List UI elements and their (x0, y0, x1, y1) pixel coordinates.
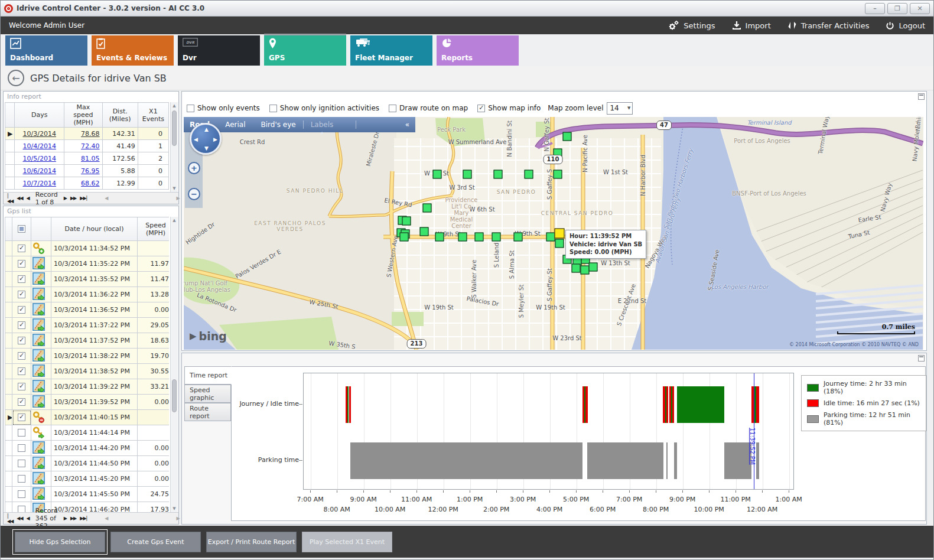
close-button[interactable]: ✕ (910, 3, 930, 14)
gps-pager-first-button[interactable]: |◀◀ (7, 513, 13, 524)
gps-marker[interactable] (402, 217, 411, 226)
map-option-show-only-ignition-activities[interactable]: Show only ignition activities (269, 104, 379, 112)
maximize-button[interactable]: ❐ (887, 3, 907, 14)
max-speed-link[interactable]: 72.40 (81, 142, 100, 150)
gps-row-checkbox[interactable] (18, 352, 25, 360)
gps-row-checkbox[interactable] (18, 321, 25, 329)
gps-row[interactable]: ▶10/3/2014 11:40:15 PM (5, 410, 170, 425)
gps-row-checkbox[interactable] (18, 275, 25, 283)
create-gps-event-button[interactable]: Create Gps Event (110, 532, 201, 552)
day-link[interactable]: 10/3/2014 (22, 130, 56, 138)
gps-marker[interactable] (423, 204, 432, 213)
map-option-show-map-info[interactable]: Show map info (477, 104, 541, 112)
map-compass[interactable]: ▲▼ ◀▶ (190, 123, 222, 155)
day-link[interactable]: 10/6/2014 (22, 167, 56, 175)
gps-marker[interactable] (514, 233, 523, 242)
chart-tab-route-report[interactable]: Route report (184, 403, 231, 421)
gps-row[interactable]: 10/3/2014 11:39:52 PM0.00 (5, 395, 170, 410)
gps-row-checkbox[interactable] (18, 367, 25, 375)
gps-marker[interactable] (563, 132, 572, 141)
gps-row-checkbox[interactable] (18, 429, 25, 437)
max-speed-link[interactable]: 76.95 (81, 167, 100, 175)
day-link[interactable]: 10/5/2014 (22, 155, 56, 162)
max-speed-link[interactable]: 81.05 (81, 155, 100, 162)
gps-row[interactable]: 10/3/2014 11:35:52 PM11.47 (5, 272, 170, 287)
map-zoom-out-button[interactable]: − (188, 188, 200, 200)
info-pager-prev-page-button[interactable]: ◀◀ (17, 196, 22, 201)
gps-row-checkbox[interactable] (18, 506, 25, 512)
gps-row-checkbox[interactable] (18, 337, 25, 344)
select-all-checkbox[interactable] (18, 225, 25, 233)
table-row[interactable]: 10/7/201468.6212.990 (5, 177, 169, 190)
draw-route-on-map-checkbox[interactable] (389, 105, 396, 112)
gps-row[interactable]: 10/3/2014 11:45:20 PM0.00 (5, 471, 170, 487)
gps-marker[interactable] (554, 170, 562, 179)
gps-row[interactable]: 10/3/2014 11:34:52 PM (5, 241, 170, 256)
chart-tab-speed-graphic[interactable]: Speed graphic (184, 385, 231, 403)
tab-reports[interactable]: Reports (437, 35, 519, 66)
gps-row[interactable]: 10/3/2014 11:36:22 PM13.28 (5, 287, 170, 302)
gps-row[interactable]: 10/3/2014 11:45:50 PM24.75 (5, 487, 170, 502)
chart-tab-time-report[interactable]: Time report (184, 366, 232, 385)
gps-pager-next-button[interactable]: ▶ (64, 516, 67, 521)
map-panel-restore-icon[interactable] (918, 93, 925, 100)
gps-row[interactable]: 10/3/2014 11:44:14 PM (5, 425, 170, 441)
tab-events-reviews[interactable]: Events & Reviews (92, 35, 174, 66)
gps-list-scrollbar[interactable]: ▲▼ (170, 217, 178, 512)
gps-marker[interactable] (463, 170, 472, 179)
info-pager-next-button[interactable]: ▶ (64, 196, 67, 201)
export-print-route-report-button[interactable]: Export / Print Route Report (206, 532, 297, 552)
gps-row[interactable]: 10/3/2014 11:39:22 PM33.21 (5, 379, 170, 395)
map-view-bird-s-eye[interactable]: Bird's eye (261, 121, 296, 129)
tab-dvr[interactable]: DVRDvr (178, 35, 260, 66)
import-button[interactable]: Import (732, 21, 771, 30)
chart-panel-restore-icon[interactable] (918, 355, 925, 362)
gps-pager-last-button[interactable]: ▶▶| (80, 516, 87, 521)
show-only-ignition-activities-checkbox[interactable] (269, 105, 277, 112)
day-link[interactable]: 10/4/2014 (22, 142, 56, 150)
gps-marker[interactable] (458, 233, 467, 242)
info-pager-next-page-button[interactable]: ▶▶ (70, 196, 76, 201)
play-selected-x1-event-button[interactable]: Play Selected X1 Event (302, 532, 392, 552)
map-zoom-level-select[interactable]: 14 (607, 102, 633, 115)
tab-dashboard[interactable]: Dashboard (5, 35, 87, 66)
gps-row-checkbox[interactable] (18, 260, 25, 268)
gps-marker[interactable] (435, 233, 444, 242)
gps-row-checkbox[interactable] (18, 414, 25, 421)
show-only-events-checkbox[interactable] (187, 105, 194, 112)
gps-marker[interactable] (475, 233, 484, 242)
table-row[interactable]: 10/6/201476.955.880 (5, 165, 169, 177)
gps-marker[interactable] (525, 170, 533, 179)
show-map-info-checkbox[interactable] (477, 105, 485, 112)
day-link[interactable]: 10/7/2014 (22, 180, 56, 187)
gps-row-checkbox[interactable] (18, 383, 25, 390)
tab-gps[interactable]: GPS (264, 35, 346, 66)
gps-row[interactable]: 10/3/2014 11:36:52 PM0.00 (5, 302, 170, 318)
gps-marker[interactable] (572, 264, 581, 273)
gps-row[interactable]: 10/3/2014 11:44:20 PM0.00 (5, 441, 170, 456)
map-option-draw-route-on-map[interactable]: Draw route on map (389, 104, 468, 112)
gps-row-checkbox[interactable] (18, 245, 25, 252)
info-pager-prev-button[interactable]: ◀ (27, 196, 30, 201)
gps-row[interactable]: 10/3/2014 11:37:22 PM29.05 (5, 318, 170, 333)
hide-gps-selection-button[interactable]: Hide Gps Selection (15, 532, 105, 552)
table-row[interactable]: 10/5/201481.05172.562 (5, 152, 169, 165)
tab-fleet-manager[interactable]: Fleet Manager (350, 35, 432, 66)
gps-marker[interactable] (581, 266, 590, 275)
back-button[interactable]: ← (8, 70, 24, 86)
map-view-aerial[interactable]: Aerial (225, 121, 245, 129)
gps-row-checkbox[interactable] (18, 291, 25, 298)
gps-marker[interactable] (400, 233, 409, 242)
gps-marker[interactable] (546, 233, 555, 242)
gps-marker[interactable] (555, 239, 564, 248)
gps-row[interactable]: 10/3/2014 11:35:22 PM11.97 (5, 256, 170, 272)
max-speed-link[interactable]: 68.62 (81, 180, 100, 187)
gps-row-checkbox[interactable] (18, 460, 25, 467)
logout-button[interactable]: Logout (886, 21, 925, 30)
max-speed-link[interactable]: 78.68 (81, 130, 100, 138)
gps-row[interactable]: 10/3/2014 11:38:22 PM19.70 (5, 349, 170, 364)
gps-row[interactable]: 10/3/2014 11:46:20 PM17.93 (5, 502, 170, 513)
minimize-button[interactable]: – (865, 3, 885, 14)
map-view-labels[interactable]: Labels (311, 121, 334, 129)
info-pager-last-button[interactable]: ▶▶| (80, 196, 87, 201)
